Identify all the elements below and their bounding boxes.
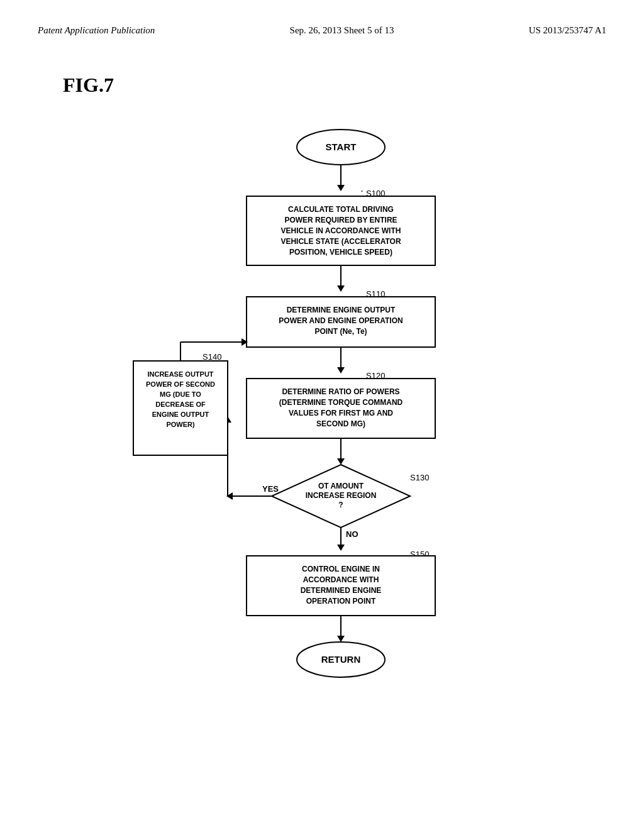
- svg-text:INCREASE REGION: INCREASE REGION: [306, 491, 377, 500]
- svg-text:VEHICLE IN ACCORDANCE WITH: VEHICLE IN ACCORDANCE WITH: [281, 226, 401, 235]
- s130-step-label: S130: [410, 473, 429, 482]
- svg-text:(DETERMINE TORQUE COMMAND: (DETERMINE TORQUE COMMAND: [279, 398, 403, 407]
- yes-label: YES: [262, 484, 279, 494]
- svg-text:DETERMINE RATIO OF POWERS: DETERMINE RATIO OF POWERS: [282, 387, 399, 396]
- svg-text:POINT (Ne, Te): POINT (Ne, Te): [314, 327, 367, 336]
- svg-text:CALCULATE TOTAL DRIVING: CALCULATE TOTAL DRIVING: [288, 205, 394, 214]
- svg-text:OT AMOUNT: OT AMOUNT: [318, 482, 364, 490]
- svg-text:INCREASE OUTPUT: INCREASE OUTPUT: [147, 370, 213, 378]
- svg-marker-44: [337, 545, 345, 551]
- patent-number: US 2013/253747 A1: [529, 25, 606, 36]
- svg-text:VEHICLE STATE (ACCELERATOR: VEHICLE STATE (ACCELERATOR: [280, 237, 401, 246]
- svg-marker-17: [337, 367, 345, 374]
- svg-text:SECOND MG): SECOND MG): [316, 419, 365, 428]
- return-label: RETURN: [321, 654, 361, 665]
- publication-label: Patent Application Publication: [38, 25, 155, 36]
- svg-marker-2: [337, 185, 345, 191]
- svg-marker-11: [337, 285, 345, 292]
- svg-text:?: ?: [338, 501, 343, 509]
- svg-text:DETERMINED ENGINE: DETERMINED ENGINE: [301, 586, 382, 595]
- svg-text:POWER OF SECOND: POWER OF SECOND: [146, 380, 215, 388]
- svg-text:DECREASE OF: DECREASE OF: [155, 401, 206, 408]
- svg-marker-51: [337, 636, 345, 642]
- svg-text:ENGINE OUTPUT: ENGINE OUTPUT: [152, 411, 209, 418]
- svg-text:VALUES FOR FIRST MG AND: VALUES FOR FIRST MG AND: [289, 409, 393, 418]
- figure-label: FIG.7: [63, 74, 606, 97]
- svg-text:POWER REQUIRED BY ENTIRE: POWER REQUIRED BY ENTIRE: [284, 216, 397, 224]
- flowchart: START S100 CALCULATE TOTAL DRIVING POWER…: [38, 109, 606, 726]
- s140-step-label: S140: [203, 352, 221, 362]
- sheet-info: Sep. 26, 2013 Sheet 5 of 13: [290, 25, 394, 36]
- svg-text:POSITION, VEHICLE SPEED): POSITION, VEHICLE SPEED): [289, 248, 392, 257]
- svg-text:POWER): POWER): [166, 421, 195, 428]
- no-label: NO: [346, 529, 358, 539]
- svg-marker-24: [337, 458, 345, 465]
- svg-text:DETERMINE ENGINE OUTPUT: DETERMINE ENGINE OUTPUT: [287, 306, 396, 314]
- svg-text:POWER AND ENGINE OPERATION: POWER AND ENGINE OPERATION: [279, 316, 402, 325]
- page-header: Patent Application Publication Sep. 26, …: [38, 25, 606, 36]
- svg-text:CONTROL ENGINE IN: CONTROL ENGINE IN: [302, 565, 380, 573]
- svg-text:MG (DUE TO: MG (DUE TO: [160, 390, 201, 398]
- start-label: START: [326, 141, 357, 152]
- svg-text:OPERATION POINT: OPERATION POINT: [306, 597, 376, 606]
- svg-text:ACCORDANCE WITH: ACCORDANCE WITH: [303, 575, 379, 584]
- page: Patent Application Publication Sep. 26, …: [0, 0, 644, 830]
